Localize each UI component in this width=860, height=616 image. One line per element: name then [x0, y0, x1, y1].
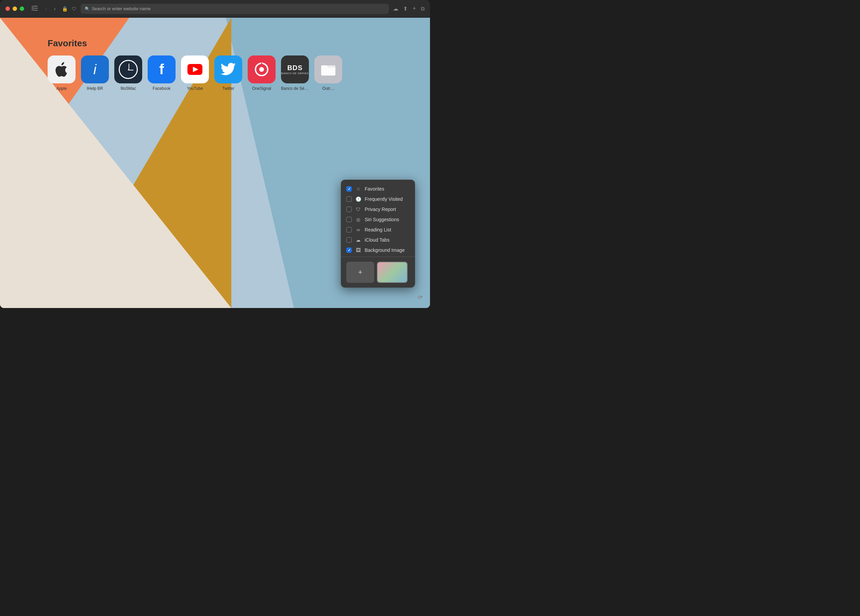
sidebar-toggle-button[interactable] — [31, 5, 38, 12]
siri-suggestions-checkbox[interactable] — [346, 217, 352, 222]
youtube-icon — [181, 55, 209, 83]
dropdown-item-reading-list[interactable]: ∞ Reading List — [341, 225, 415, 235]
settings-icon — [416, 294, 423, 301]
privacy-report-icon: 🛡 — [355, 207, 361, 212]
search-icon: 🔍 — [85, 6, 90, 11]
apple-label: Apple — [56, 86, 67, 91]
onesignal-icon — [248, 55, 276, 83]
frequently-visited-icon: 🕐 — [355, 196, 361, 202]
youtube-triangle — [193, 67, 198, 72]
favorite-onesignal[interactable]: OneSignal — [248, 55, 276, 91]
back-button[interactable]: ‹ — [43, 5, 49, 13]
shield-icon: 🛡 — [72, 6, 77, 12]
close-button[interactable] — [5, 6, 10, 11]
background-image-icon: 🖼 — [355, 247, 361, 253]
facebook-icon: f — [148, 55, 176, 83]
reading-list-icon: ∞ — [355, 227, 361, 233]
privacy-report-label: Privacy Report — [365, 207, 396, 212]
add-tab-button[interactable]: + — [412, 5, 416, 12]
frequently-visited-label: Frequently Visited — [365, 196, 403, 202]
icloud-tabs-checkbox[interactable] — [346, 237, 352, 243]
forward-button[interactable]: › — [52, 5, 58, 13]
svg-rect-6 — [261, 63, 262, 66]
favorites-icon: ☆ — [355, 186, 361, 192]
nav-buttons: ‹ › — [43, 5, 58, 13]
icloud-tabs-label: iCloud Tabs — [365, 237, 389, 243]
bg-thumbnail[interactable] — [377, 262, 408, 283]
youtube-play-button — [187, 64, 202, 75]
9to5mac-icon — [114, 55, 142, 83]
favorites-label: Favorites — [365, 186, 384, 192]
siri-suggestions-icon: ◎ — [355, 217, 361, 222]
dropdown-item-favorites[interactable]: ☆ Favorites — [341, 184, 415, 194]
favorites-grid: Apple i IHelp BR — [48, 55, 342, 91]
maximize-button[interactable] — [20, 6, 24, 11]
bds-icon: BDS BANCO DE SÉRIES — [281, 55, 309, 83]
favorites-title: Favorites — [48, 38, 342, 49]
share-button[interactable]: ⬆ — [403, 5, 408, 12]
siri-suggestions-label: Siri Suggestions — [365, 217, 399, 222]
favorite-apple[interactable]: Apple — [48, 55, 75, 91]
reading-list-checkbox[interactable] — [346, 227, 352, 233]
youtube-label: YouTube — [187, 86, 203, 91]
twitter-icon — [214, 55, 242, 83]
dropdown-item-background-image[interactable]: 🖼 Background Image — [341, 245, 415, 255]
favorite-twitter[interactable]: Twitter — [214, 55, 242, 91]
toolbar-right: ☁ ⬆ + ⧉ — [393, 5, 425, 12]
address-bar-placeholder: Search or enter website name — [92, 6, 151, 11]
ihelp-label: IHelp BR — [87, 86, 103, 91]
favorites-section: Favorites Apple i IHelp BR — [48, 38, 342, 91]
favorite-outro[interactable]: Outr… — [314, 55, 342, 91]
outro-label: Outr… — [322, 86, 334, 91]
facebook-label: Facebook — [153, 86, 171, 91]
favorite-ihelp[interactable]: i IHelp BR — [81, 55, 109, 91]
settings-bar[interactable] — [416, 294, 423, 301]
onesignal-label: OneSignal — [252, 86, 271, 91]
favorite-youtube[interactable]: YouTube — [181, 55, 209, 91]
add-background-button[interactable]: + — [346, 262, 374, 283]
browser-content: Favorites Apple i IHelp BR — [0, 18, 430, 308]
svg-rect-3 — [31, 6, 33, 11]
titlebar: ‹ › 🔒 🛡 🔍 Search or enter website name ☁… — [0, 0, 430, 18]
outro-icon — [314, 55, 342, 83]
icloud-tabs-icon: ☁ — [355, 237, 361, 243]
dropdown-item-privacy-report[interactable]: 🛡 Privacy Report — [341, 204, 415, 214]
add-icon: + — [358, 268, 363, 277]
bds-text: BDS BANCO DE SÉRIES — [281, 64, 309, 75]
minimize-button[interactable] — [13, 6, 17, 11]
favorite-bds[interactable]: BDS BANCO DE SÉRIES Banco de Séries -… — [281, 55, 309, 91]
dropdown-item-frequently-visited[interactable]: 🕐 Frequently Visited — [341, 194, 415, 204]
background-image-checkbox[interactable] — [346, 247, 352, 253]
icloud-button[interactable]: ☁ — [393, 5, 399, 12]
address-bar[interactable]: 🔍 Search or enter website name — [81, 4, 389, 14]
privacy-report-checkbox[interactable] — [346, 207, 352, 212]
dropdown-item-icloud-tabs[interactable]: ☁ iCloud Tabs — [341, 235, 415, 245]
facebook-f: f — [159, 61, 164, 78]
traffic-lights — [5, 6, 24, 11]
favorites-checkbox[interactable] — [346, 186, 352, 192]
apple-icon — [48, 55, 75, 83]
svg-point-5 — [259, 67, 264, 72]
ihelp-icon: i — [81, 55, 109, 83]
bg-thumbnail-image — [378, 262, 407, 282]
bds-label: Banco de Séries -… — [281, 86, 309, 91]
9to5mac-label: 9to5Mac — [121, 86, 136, 91]
bg-images-row: + — [341, 258, 415, 285]
lock-icon: 🔒 — [62, 6, 68, 12]
customize-dropdown: ☆ Favorites 🕐 Frequently Visited 🛡 Priva… — [341, 180, 415, 288]
reading-list-label: Reading List — [365, 227, 391, 233]
background-image-label: Background Image — [365, 247, 405, 253]
address-bar-container: 🔍 Search or enter website name — [81, 4, 389, 14]
frequently-visited-checkbox[interactable] — [346, 196, 352, 202]
twitter-label: Twitter — [222, 86, 234, 91]
favorite-facebook[interactable]: f Facebook — [148, 55, 176, 91]
tab-overview-button[interactable]: ⧉ — [421, 6, 425, 12]
favorite-9to5mac[interactable]: 9to5Mac — [114, 55, 142, 91]
dropdown-item-siri-suggestions[interactable]: ◎ Siri Suggestions — [341, 214, 415, 225]
